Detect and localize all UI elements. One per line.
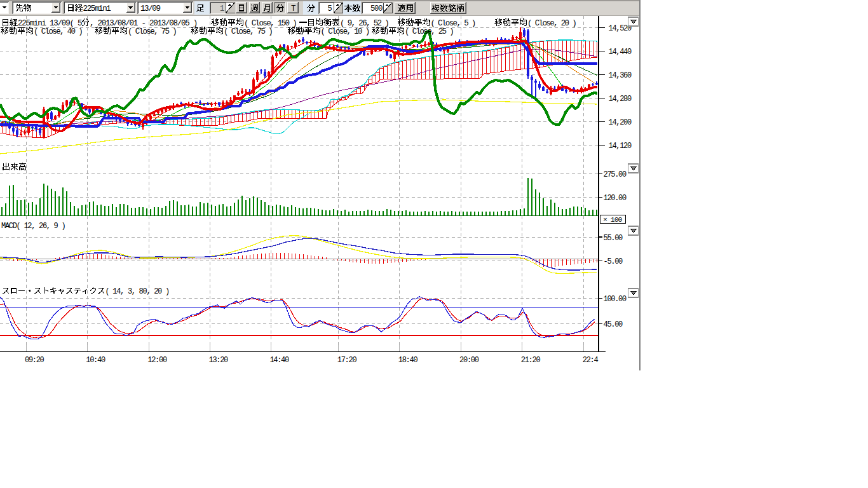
svg-text:MACD( 12, 26, 9 ): MACD( 12, 26, 9 ) [1,222,65,231]
svg-text:100.00: 100.00 [604,295,627,304]
svg-text:10:40: 10:40 [86,356,105,365]
svg-text:( Close, 5 ): ( Close, 5 ) [430,19,475,28]
svg-text:500: 500 [370,4,383,13]
svg-text:14,440: 14,440 [609,48,632,57]
svg-text:22:4: 22:4 [583,356,599,365]
svg-text:13/09: 13/09 [140,4,160,13]
svg-text:( 9, 26, 52 ): ( 9, 26, 52 ) [340,19,388,28]
svg-text:( Close, 20 ): ( Close, 20 ) [527,19,576,28]
svg-text:20:00: 20:00 [459,356,479,365]
svg-text:( Close, 150 ): ( Close, 150 ) [244,19,296,28]
svg-text:( 14, 3, 80, 20 ): ( 14, 3, 80, 20 ) [105,287,169,296]
svg-text:12:00: 12:00 [147,356,167,365]
svg-text:225mini: 225mini [83,4,111,13]
svg-text:14,200: 14,200 [609,118,632,127]
svg-text:1: 1 [220,4,224,13]
svg-text:-5.00: -5.00 [604,257,623,266]
svg-text:5: 5 [328,4,332,13]
svg-text:225mini 13/09( 5: 225mini 13/09( 5 [18,19,82,28]
svg-text:14:40: 14:40 [269,356,289,365]
svg-text:14,360: 14,360 [609,71,632,80]
svg-text:( Close, 10 ): ( Close, 10 ) [321,27,369,36]
svg-text:, 2013/08/01 - 2013/08/05 ): , 2013/08/01 - 2013/08/05 ) [90,19,197,28]
svg-text:21:20: 21:20 [521,356,541,365]
svg-text:( Close, 25 ): ( Close, 25 ) [405,27,453,36]
svg-text:09:20: 09:20 [25,356,44,365]
svg-text:45.00: 45.00 [604,320,623,329]
svg-text:( Close, 75 ): ( Close, 75 ) [128,27,176,36]
svg-text:( Close, 40 ): ( Close, 40 ) [34,27,82,36]
svg-text:55.00: 55.00 [604,234,623,243]
svg-text:× 100: × 100 [603,215,623,224]
svg-text:14,120: 14,120 [609,142,632,151]
svg-text:14,280: 14,280 [609,95,632,104]
svg-text:120.00: 120.00 [604,194,627,203]
svg-text:275.00: 275.00 [604,170,627,179]
svg-text:17:20: 17:20 [337,356,357,365]
svg-text:13:20: 13:20 [209,356,229,365]
svg-text:( Close, 75 ): ( Close, 75 ) [224,27,272,36]
svg-text:18:40: 18:40 [398,356,418,365]
